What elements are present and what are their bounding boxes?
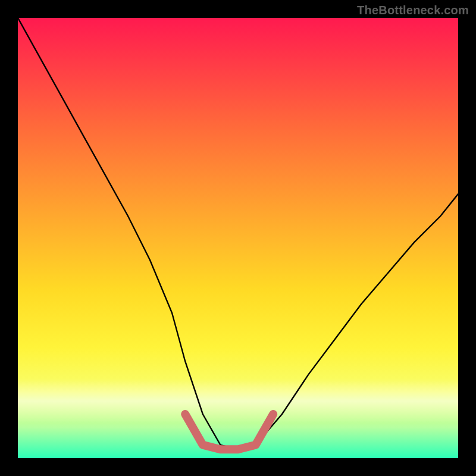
plot-area bbox=[18, 18, 458, 458]
sweet-spot-marker bbox=[185, 414, 273, 449]
watermark-text: TheBottleneck.com bbox=[357, 4, 469, 17]
curve-layer bbox=[18, 18, 458, 458]
chart-frame: TheBottleneck.com bbox=[0, 0, 476, 476]
bottleneck-curve bbox=[18, 18, 458, 449]
